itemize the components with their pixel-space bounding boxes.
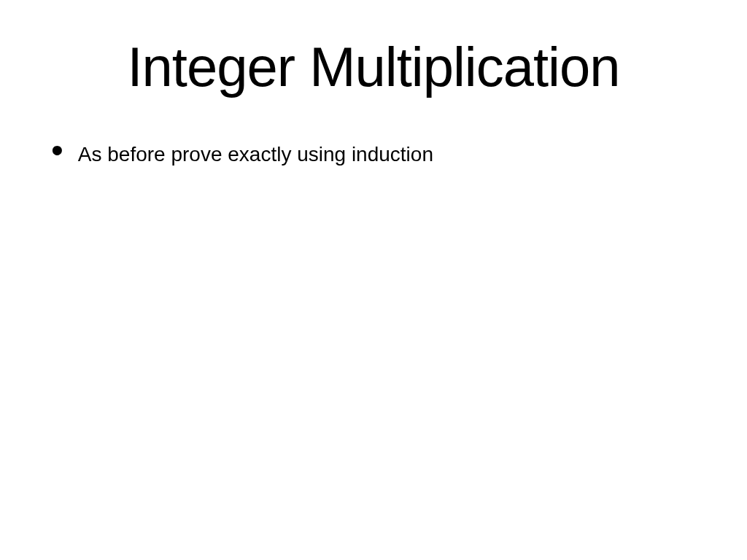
list-item: • As before prove exactly using inductio… — [44, 140, 703, 168]
slide-title: Integer Multiplication — [0, 35, 747, 98]
bullet-list: • As before prove exactly using inductio… — [44, 140, 703, 168]
bullet-text: As before prove exactly using induction — [78, 140, 433, 168]
bullet-icon: • — [51, 140, 63, 160]
